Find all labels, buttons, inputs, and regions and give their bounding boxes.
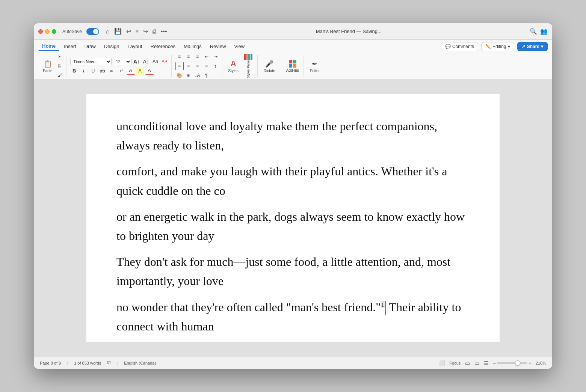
outline-view-icon[interactable]: ▭ — [474, 360, 479, 366]
paste-icon: 📋 — [44, 60, 52, 68]
list-view-icon[interactable]: ☰ — [484, 360, 489, 366]
subscript-button[interactable]: x₂ — [108, 67, 116, 75]
comment-bubble-icon: 💬 — [445, 44, 451, 49]
undo-separator: ▾ — [136, 28, 139, 35]
bold-button[interactable]: B — [70, 67, 79, 75]
share-label: Share — [527, 44, 539, 49]
borders-button[interactable]: ⊞ — [184, 71, 193, 80]
copy-button[interactable]: ⎘ — [56, 62, 64, 70]
tab-layout[interactable]: Layout — [124, 42, 146, 51]
sort-button[interactable]: ↕A — [193, 71, 202, 80]
tab-draw[interactable]: Draw — [81, 42, 100, 51]
paragraph-group: ≡ ≡ ≡ ⇤ ⇥ ≡ ≡ ≡ ≡ ↕ 🎨 ⊞ — [173, 55, 222, 77]
autosave-toggle[interactable] — [86, 28, 99, 35]
styles-pane-label: Styles Pane — [246, 60, 250, 78]
more-icon[interactable]: ••• — [161, 28, 167, 35]
highlight-button[interactable]: A — [136, 67, 144, 75]
change-case-button[interactable]: Aa — [151, 57, 160, 66]
multilevel-list-button[interactable]: ≡ — [193, 53, 202, 61]
justify-button[interactable]: ≡ — [202, 62, 211, 70]
tab-design[interactable]: Design — [100, 42, 123, 51]
fullscreen-button[interactable] — [52, 29, 56, 34]
tab-view[interactable]: View — [230, 42, 248, 51]
underline-button[interactable]: U — [89, 67, 97, 75]
styles-pane-button[interactable]: Styles Pane — [242, 52, 255, 80]
document-text[interactable]: unconditional love and loyalty make them… — [116, 117, 470, 342]
font-family-select[interactable]: Times New... — [70, 58, 112, 65]
styles-icon: A — [231, 59, 236, 68]
text-color-button[interactable]: A — [145, 67, 154, 75]
app-window: AutoSave ⌂ 💾 ↩ ▾ ↪ ⎙ ••• Man's Best Frie… — [34, 23, 552, 369]
focus-label[interactable]: Focus — [449, 361, 461, 365]
align-left-button[interactable]: ≡ — [175, 62, 184, 70]
zoom-slider[interactable]: – + — [493, 361, 531, 365]
superscript-button[interactable]: x² — [117, 67, 125, 75]
editor-group: ✒ Editor — [305, 55, 324, 77]
addins-label: Add-ins — [286, 68, 299, 72]
zoom-track — [497, 362, 527, 364]
clear-format-button[interactable]: A✦ — [161, 57, 169, 66]
redo-icon[interactable]: ↪ — [143, 28, 148, 35]
addins-button[interactable]: Add-ins — [284, 59, 301, 74]
print-icon[interactable]: ⎙ — [153, 28, 156, 35]
comments-button[interactable]: 💬 Comments — [441, 42, 478, 51]
text-line-4: They don't ask for much—just some food, … — [116, 252, 470, 291]
editing-button[interactable]: ✏️ Editing ▾ — [481, 42, 514, 51]
show-hide-button[interactable]: ¶ — [202, 71, 211, 80]
italic-button[interactable]: I — [80, 67, 88, 75]
numbering-button[interactable]: ≡ — [184, 53, 193, 61]
bullets-button[interactable]: ≡ — [175, 53, 184, 61]
zoom-minus-button[interactable]: – — [493, 361, 495, 365]
font-size-select[interactable]: 12 — [113, 58, 131, 65]
autosave-label: AutoSave — [62, 29, 82, 34]
cut-button[interactable]: ✂ — [56, 53, 64, 61]
font-group: Times New... 12 A↑ A↓ Aa A✦ B I U — [68, 55, 172, 77]
paste-button[interactable]: 📋 Paste — [41, 58, 55, 74]
dictate-group: 🎤 Dictate — [259, 55, 280, 77]
tab-home[interactable]: Home — [38, 42, 59, 51]
tab-insert[interactable]: Insert — [60, 42, 80, 51]
font-top-row: Times New... 12 A↑ A↓ Aa A✦ — [70, 57, 169, 66]
format-painter-button[interactable]: 🖌 — [56, 71, 64, 80]
layout-view-icon[interactable]: ▭ — [465, 360, 470, 366]
dictate-button[interactable]: 🎤 Dictate — [261, 58, 278, 74]
align-center-button[interactable]: ≡ — [184, 62, 193, 70]
paste-group: 📋 Paste ✂ ⎘ 🖌 — [38, 55, 66, 77]
page-view-icon[interactable]: ⬜ — [438, 360, 445, 366]
share-person-icon[interactable]: 👥 — [540, 28, 548, 35]
document-page[interactable]: unconditional love and loyalty make them… — [86, 94, 500, 342]
strikethrough-button[interactable]: ab — [98, 67, 107, 75]
shading-button[interactable]: 🎨 — [175, 71, 184, 80]
font-shrink-button[interactable]: A↓ — [142, 57, 150, 66]
undo-icon[interactable]: ↩ — [126, 28, 131, 35]
editor-button[interactable]: ✒ Editor — [308, 58, 322, 74]
minimize-button[interactable] — [45, 29, 50, 34]
title-bar: AutoSave ⌂ 💾 ↩ ▾ ↪ ⎙ ••• Man's Best Frie… — [34, 23, 552, 40]
tab-review[interactable]: Review — [206, 42, 230, 51]
line-spacing-button[interactable]: ↕ — [211, 62, 220, 70]
styles-button[interactable]: A Styles — [226, 58, 241, 74]
close-button[interactable] — [38, 29, 43, 34]
document-title: Man's Best Friend — Saving... — [174, 29, 524, 34]
editing-chevron-icon: ▾ — [508, 44, 510, 49]
font-color-button[interactable]: A — [127, 67, 135, 75]
tab-mailings[interactable]: Mailings — [180, 42, 205, 51]
font-grow-button[interactable]: A↑ — [133, 57, 141, 66]
word-count: 1 of 853 words — [74, 361, 101, 365]
share-button[interactable]: ↗ Share ▾ — [517, 42, 548, 51]
content-area: unconditional love and loyalty make them… — [34, 79, 552, 357]
zoom-thumb[interactable] — [515, 360, 520, 366]
status-bar-right: ⬜ Focus ▭ ▭ ☰ – + 216% — [438, 360, 546, 366]
home-icon[interactable]: ⌂ — [106, 28, 110, 35]
align-right-button[interactable]: ≡ — [193, 62, 202, 70]
search-icon[interactable]: 🔍 — [530, 28, 537, 35]
tab-references[interactable]: References — [147, 42, 179, 51]
addins-group: Add-ins — [282, 55, 304, 77]
editing-label: Editing — [492, 44, 506, 49]
share-arrow-icon: ↗ — [522, 44, 526, 49]
save-icon[interactable]: 💾 — [114, 28, 122, 35]
proofing-check-icon[interactable]: ☑ — [107, 360, 111, 365]
decrease-indent-button[interactable]: ⇤ — [202, 53, 211, 61]
zoom-plus-button[interactable]: + — [529, 361, 531, 365]
increase-indent-button[interactable]: ⇥ — [211, 53, 220, 61]
